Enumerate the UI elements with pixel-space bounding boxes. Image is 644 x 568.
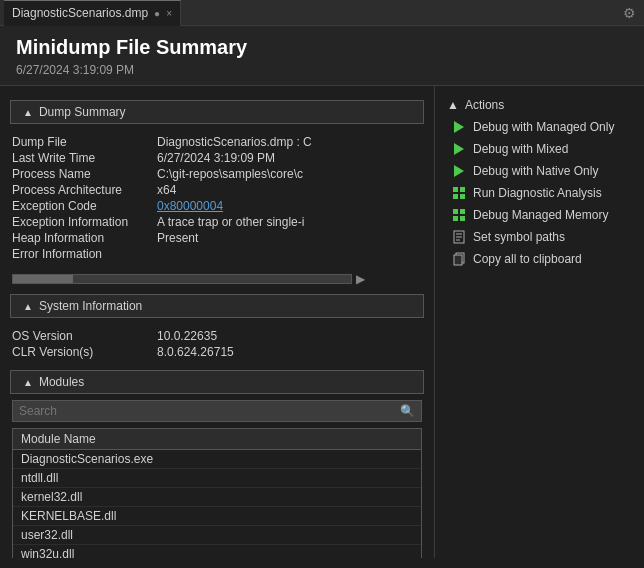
action-copy-clipboard[interactable]: Copy all to clipboard: [435, 248, 644, 270]
diagnostic-icon: [451, 185, 467, 201]
system-info-header[interactable]: ▲ System Information: [10, 294, 424, 318]
play-mixed-icon: [451, 141, 467, 157]
info-value-clr-version: 8.0.624.26715: [157, 345, 422, 359]
action-label-set-symbol-paths: Set symbol paths: [473, 230, 565, 244]
action-debug-managed-only[interactable]: Debug with Managed Only: [435, 116, 644, 138]
info-label-last-write: Last Write Time: [12, 151, 157, 165]
info-row-clr-version: CLR Version(s) 8.0.624.26715: [12, 344, 422, 360]
symbol-paths-icon: [451, 229, 467, 245]
tab-label: DiagnosticScenarios.dmp: [12, 6, 148, 20]
svg-rect-5: [460, 209, 465, 214]
info-row-dump-file: Dump File DiagnosticScenarios.dmp : C: [12, 134, 422, 150]
info-label-heap-info: Heap Information: [12, 231, 157, 245]
copy-clipboard-icon: [451, 251, 467, 267]
list-item[interactable]: user32.dll: [13, 526, 421, 545]
horizontal-scrollbar[interactable]: [12, 274, 352, 284]
info-row-heap-info: Heap Information Present: [12, 230, 422, 246]
modules-column-header: Module Name: [13, 429, 421, 450]
modules-search-input[interactable]: [13, 401, 394, 421]
play-managed-only-icon: [451, 119, 467, 135]
info-label-process-name: Process Name: [12, 167, 157, 181]
content-area: ▲ Dump Summary Dump File DiagnosticScena…: [0, 86, 644, 558]
svg-rect-3: [460, 194, 465, 199]
info-row-exception-info: Exception Information A trace trap or ot…: [12, 214, 422, 230]
list-item[interactable]: ntdll.dll: [13, 469, 421, 488]
info-value-exception-code[interactable]: 0x80000004: [157, 199, 422, 213]
svg-rect-13: [454, 255, 462, 265]
info-row-process-arch: Process Architecture x64: [12, 182, 422, 198]
svg-rect-0: [453, 187, 458, 192]
info-value-heap-info: Present: [157, 231, 422, 245]
modules-header[interactable]: ▲ Modules: [10, 370, 424, 394]
managed-memory-icon: [451, 207, 467, 223]
system-info-table: OS Version 10.0.22635 CLR Version(s) 8.0…: [0, 324, 434, 364]
action-run-diagnostic[interactable]: Run Diagnostic Analysis: [435, 182, 644, 204]
action-debug-native-only[interactable]: Debug with Native Only: [435, 160, 644, 182]
action-label-debug-managed-only: Debug with Managed Only: [473, 120, 614, 134]
page-subtitle: 6/27/2024 3:19:09 PM: [16, 63, 628, 77]
svg-rect-4: [453, 209, 458, 214]
dump-summary-arrow: ▲: [23, 107, 33, 118]
scrollbar-right-arrow[interactable]: ▶: [356, 272, 365, 286]
info-label-exception-info: Exception Information: [12, 215, 157, 229]
info-value-process-arch: x64: [157, 183, 422, 197]
tab-close-button[interactable]: ×: [166, 8, 172, 19]
svg-rect-6: [453, 216, 458, 221]
tab-bar: DiagnosticScenarios.dmp ● × ⚙: [0, 0, 644, 26]
page-title: Minidump File Summary: [16, 36, 628, 59]
action-debug-mixed[interactable]: Debug with Mixed: [435, 138, 644, 160]
play-native-only-icon: [451, 163, 467, 179]
list-item[interactable]: KERNELBASE.dll: [13, 507, 421, 526]
info-row-process-name: Process Name C:\git-repos\samples\core\c: [12, 166, 422, 182]
action-label-debug-mixed: Debug with Mixed: [473, 142, 568, 156]
dump-summary-table: Dump File DiagnosticScenarios.dmp : C La…: [0, 130, 434, 266]
modules-table: Module Name DiagnosticScenarios.exe ntdl…: [12, 428, 422, 558]
horizontal-scrollbar-row: ▶: [0, 270, 434, 288]
action-label-debug-native-only: Debug with Native Only: [473, 164, 598, 178]
action-set-symbol-paths[interactable]: Set symbol paths: [435, 226, 644, 248]
info-label-process-arch: Process Architecture: [12, 183, 157, 197]
actions-arrow: ▲: [447, 98, 459, 112]
scrollbar-thumb: [13, 275, 73, 283]
info-label-clr-version: CLR Version(s): [12, 345, 157, 359]
left-panel: ▲ Dump Summary Dump File DiagnosticScena…: [0, 86, 434, 558]
info-label-dump-file: Dump File: [12, 135, 157, 149]
dump-summary-label: Dump Summary: [39, 105, 126, 119]
list-item[interactable]: DiagnosticScenarios.exe: [13, 450, 421, 469]
action-debug-managed-memory[interactable]: Debug Managed Memory: [435, 204, 644, 226]
modules-arrow: ▲: [23, 377, 33, 388]
info-value-process-name: C:\git-repos\samples\core\c: [157, 167, 422, 181]
modules-label: Modules: [39, 375, 84, 389]
info-value-exception-info: A trace trap or other single-i: [157, 215, 422, 229]
search-icon[interactable]: 🔍: [394, 401, 421, 421]
page-header: Minidump File Summary 6/27/2024 3:19:09 …: [0, 26, 644, 86]
dump-summary-header[interactable]: ▲ Dump Summary: [10, 100, 424, 124]
svg-rect-1: [460, 187, 465, 192]
info-label-exception-code: Exception Code: [12, 199, 157, 213]
actions-label: Actions: [465, 98, 504, 112]
right-panel: ▲ Actions Debug with Managed Only Debug …: [434, 86, 644, 558]
modules-search-wrap: 🔍: [12, 400, 422, 422]
system-info-arrow: ▲: [23, 301, 33, 312]
modules-column-label: Module Name: [21, 432, 96, 446]
info-label-os-version: OS Version: [12, 329, 157, 343]
tab-diagnosticscenarios[interactable]: DiagnosticScenarios.dmp ● ×: [4, 0, 181, 26]
svg-rect-2: [453, 194, 458, 199]
actions-header: ▲ Actions: [435, 94, 644, 116]
list-item[interactable]: kernel32.dll: [13, 488, 421, 507]
system-info-label: System Information: [39, 299, 142, 313]
info-value-os-version: 10.0.22635: [157, 329, 422, 343]
info-row-exception-code: Exception Code 0x80000004: [12, 198, 422, 214]
info-row-error-info: Error Information: [12, 246, 422, 262]
info-value-dump-file: DiagnosticScenarios.dmp : C: [157, 135, 422, 149]
action-label-copy-clipboard: Copy all to clipboard: [473, 252, 582, 266]
info-value-last-write: 6/27/2024 3:19:09 PM: [157, 151, 422, 165]
info-row-last-write: Last Write Time 6/27/2024 3:19:09 PM: [12, 150, 422, 166]
modules-section: ▲ Modules 🔍 Module Name DiagnosticScenar…: [0, 370, 434, 558]
tab-modified-dot: ●: [154, 8, 160, 19]
svg-rect-7: [460, 216, 465, 221]
settings-icon[interactable]: ⚙: [619, 3, 640, 23]
action-label-run-diagnostic: Run Diagnostic Analysis: [473, 186, 602, 200]
list-item[interactable]: win32u.dll: [13, 545, 421, 558]
tab-bar-icons: ⚙: [619, 3, 640, 23]
